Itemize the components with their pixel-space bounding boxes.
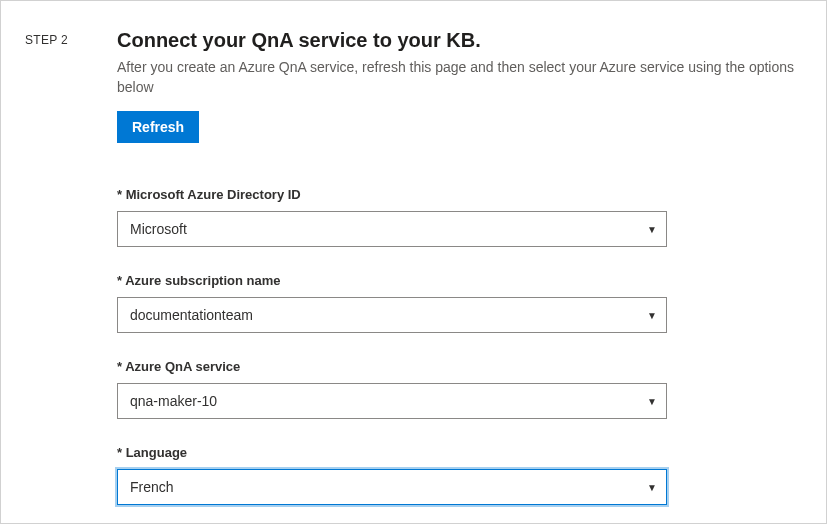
step-indicator: STEP 2 bbox=[25, 29, 81, 524]
page-title: Connect your QnA service to your KB. bbox=[117, 29, 802, 52]
field-subscription: * Azure subscription name documentationt… bbox=[117, 273, 802, 333]
subscription-label: * Azure subscription name bbox=[117, 273, 802, 288]
language-label: * Language bbox=[117, 445, 802, 460]
qna-service-select-wrap: qna-maker-10 ▼ bbox=[117, 383, 667, 419]
step-container: STEP 2 Connect your QnA service to your … bbox=[25, 29, 802, 524]
directory-label: * Microsoft Azure Directory ID bbox=[117, 187, 802, 202]
field-directory: * Microsoft Azure Directory ID Microsoft… bbox=[117, 187, 802, 247]
page-subtitle: After you create an Azure QnA service, r… bbox=[117, 58, 802, 97]
language-select[interactable]: French bbox=[117, 469, 667, 505]
subscription-select[interactable]: documentationteam bbox=[117, 297, 667, 333]
refresh-button[interactable]: Refresh bbox=[117, 111, 199, 143]
language-select-wrap: French ▼ bbox=[117, 469, 667, 505]
qna-service-label: * Azure QnA service bbox=[117, 359, 802, 374]
field-language: * Language French ▼ bbox=[117, 445, 802, 505]
qna-service-select[interactable]: qna-maker-10 bbox=[117, 383, 667, 419]
step-content: Connect your QnA service to your KB. Aft… bbox=[117, 29, 802, 524]
directory-select-wrap: Microsoft ▼ bbox=[117, 211, 667, 247]
subscription-select-wrap: documentationteam ▼ bbox=[117, 297, 667, 333]
directory-select[interactable]: Microsoft bbox=[117, 211, 667, 247]
field-qna-service: * Azure QnA service qna-maker-10 ▼ bbox=[117, 359, 802, 419]
